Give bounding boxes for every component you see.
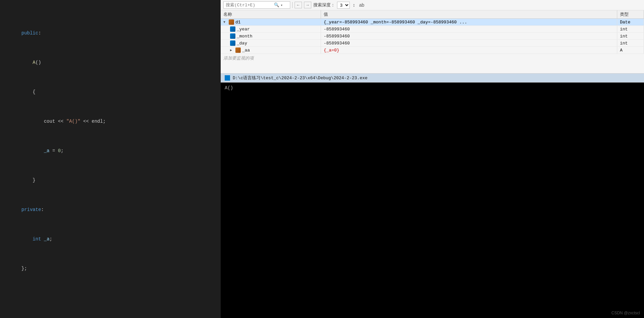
var-icon-year	[230, 26, 235, 32]
header-value: 值	[321, 10, 617, 18]
watch-value-year: -858993460	[321, 26, 617, 32]
watch-name-day: _day	[221, 40, 321, 46]
watch-name-year: _year	[221, 26, 321, 32]
watch-table-header: 名称 值 类型	[221, 10, 644, 19]
var-icon-month	[230, 33, 235, 39]
console-output-text: A()	[225, 85, 233, 91]
console-title: D:\c语言练习\test_c\2024-2-23\x64\Debug\2024…	[233, 75, 367, 81]
watch-panel: 🔍 ▾ ← → 搜索深度： 3 ↕ ab 名称 值 类型 ▼ d1	[221, 0, 644, 74]
watch-type-aa: A	[617, 47, 644, 54]
code-line: cout << "A()" << endl;	[0, 118, 221, 125]
format-icon-button[interactable]: ab	[358, 1, 365, 9]
code-line: private:	[0, 206, 221, 213]
toolbar-separator	[292, 2, 293, 8]
watch-row-year[interactable]: _year -858993460 int	[221, 26, 644, 33]
watch-row-month[interactable]: _month -858993460 int	[221, 33, 644, 40]
console-titlebar: D:\c语言练习\test_c\2024-2-23\x64\Debug\2024…	[221, 74, 644, 83]
watch-toolbar: 🔍 ▾ ← → 搜索深度： 3 ↕ ab	[221, 0, 644, 10]
depth-label: 搜索深度：	[313, 2, 335, 8]
expand-aa-icon[interactable]: ▶	[230, 48, 234, 52]
nav-forward-button[interactable]: →	[304, 2, 311, 8]
search-input[interactable]	[226, 3, 273, 8]
watch-value-month: -858993460	[321, 33, 617, 39]
console-app-icon	[225, 75, 230, 81]
watch-value-day: -858993460	[321, 40, 617, 46]
expand-d1-icon[interactable]: ▼	[223, 20, 227, 24]
toggle-icon-button[interactable]: ↕	[352, 1, 356, 9]
search-icon: 🔍	[274, 2, 279, 8]
code-line: };	[0, 265, 221, 272]
watch-type-year: int	[617, 26, 644, 32]
code-line: }	[0, 177, 221, 184]
var-icon-d1	[229, 19, 234, 25]
watch-type-d1: Date	[617, 19, 644, 25]
watch-name-month: _month	[221, 33, 321, 39]
code-lines: public: A() { cout << "A()" << endl;	[0, 0, 221, 318]
header-type: 类型	[617, 10, 644, 18]
add-watch-item[interactable]: 添加要监视的项	[221, 54, 644, 63]
watch-row-aa[interactable]: ▶ _aa {_a=0} A	[221, 47, 644, 54]
search-dropdown-icon[interactable]: ▾	[281, 3, 283, 7]
var-icon-aa	[235, 47, 241, 53]
watch-row-day[interactable]: _day -858993460 int	[221, 40, 644, 47]
code-line: A()	[0, 59, 221, 66]
watch-value-d1: {_year=-858993460 _month=-858993460 _day…	[321, 19, 617, 25]
code-line: int _a;	[0, 235, 221, 243]
watch-type-month: int	[617, 33, 644, 39]
console-panel: D:\c语言练习\test_c\2024-2-23\x64\Debug\2024…	[221, 74, 644, 318]
depth-select[interactable]: 3	[337, 2, 350, 9]
search-box[interactable]: 🔍 ▾	[223, 1, 290, 9]
nav-back-button[interactable]: ←	[295, 2, 302, 8]
code-line: public:	[0, 29, 221, 37]
right-panel: 🔍 ▾ ← → 搜索深度： 3 ↕ ab 名称 值 类型 ▼ d1	[221, 0, 644, 318]
code-line: {	[0, 88, 221, 96]
watch-type-day: int	[617, 40, 644, 46]
watermark: CSDN @zxctscl	[611, 311, 640, 315]
watch-name-aa: ▶ _aa	[221, 47, 321, 54]
watch-value-aa: {_a=0}	[321, 47, 617, 54]
code-editor: public: A() { cout << "A()" << endl;	[0, 0, 221, 318]
watch-name-d1: ▼ d1	[221, 19, 321, 25]
watch-row-d1[interactable]: ▼ d1 {_year=-858993460 _month=-858993460…	[221, 19, 644, 26]
code-line	[0, 294, 221, 302]
header-name: 名称	[221, 10, 321, 18]
code-line: _a = 0;	[0, 147, 221, 154]
var-icon-day	[230, 40, 235, 46]
console-output: A()	[221, 83, 644, 318]
